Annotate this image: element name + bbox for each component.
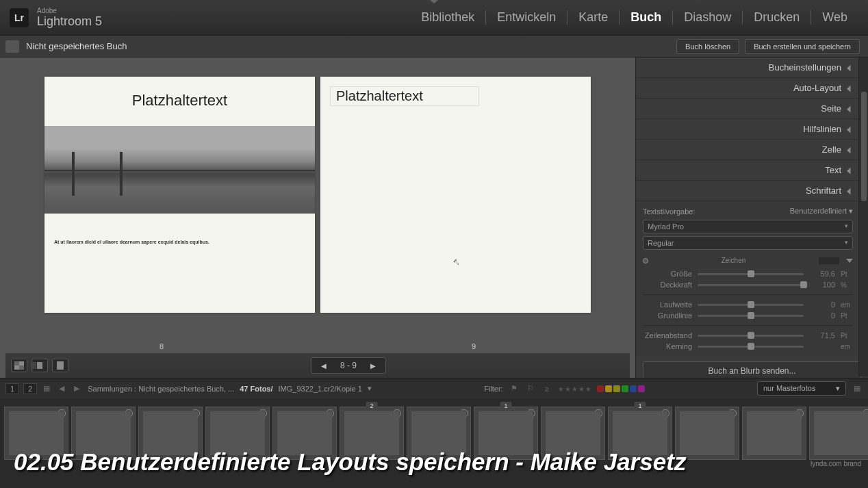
panel-body-schriftart: Textstilvorgabe: Benutzerdefiniert ▾ Myr… xyxy=(636,201,860,356)
panel-header-text[interactable]: Text xyxy=(636,160,860,181)
slider-unit-Größe: Pt xyxy=(841,270,853,278)
page-left[interactable]: Platzhaltertext At ut ilaorem dicid el u… xyxy=(44,77,315,313)
slider-label-Grundlinie: Grundlinie xyxy=(643,311,692,320)
panel-header-seite[interactable]: Seite xyxy=(636,99,860,119)
placeholder-title-left[interactable]: Platzhaltertext xyxy=(54,92,305,110)
panel-header-schriftart[interactable]: Schriftart xyxy=(636,181,860,201)
module-karte[interactable]: Karte xyxy=(567,10,620,25)
next-page-button[interactable]: ▶ xyxy=(370,362,376,370)
font-family-select[interactable]: Myriad Pro xyxy=(643,220,853,233)
right-scrollbar[interactable] xyxy=(858,57,868,376)
flag-unpicked-icon[interactable]: ⚐ xyxy=(525,383,536,394)
module-drucken[interactable]: Drucken xyxy=(743,10,811,25)
photo-count: 47 Fotos/ xyxy=(240,385,272,393)
book-title: Nicht gespeichertes Buch xyxy=(26,41,127,51)
brand-adobe: Adobe xyxy=(37,7,102,14)
slider-Größe[interactable] xyxy=(698,273,804,275)
page-number-right: 9 xyxy=(339,342,609,350)
save-book-button[interactable]: Buch erstellen und speichern xyxy=(745,39,860,54)
flag-picked-icon[interactable]: ⚑ xyxy=(509,383,520,394)
color-swatch[interactable] xyxy=(819,257,839,264)
right-panel: BucheinstellungenAuto-LayoutSeiteHilfsli… xyxy=(635,57,868,378)
slider-label-Deckkraft: Deckkraft xyxy=(643,281,692,289)
page-indicator: 8 - 9 xyxy=(340,361,357,370)
app-logo: Lr xyxy=(10,8,29,27)
filter-preset-select[interactable]: nur Masterfotos▾ xyxy=(757,381,846,396)
slider-Deckkraft[interactable] xyxy=(698,284,804,286)
view-mode-single-button[interactable] xyxy=(52,359,68,372)
page-navigator: ◀ 8 - 9 ▶ xyxy=(311,357,386,374)
stage-toolbar: ◀ 8 - 9 ▶ xyxy=(5,353,630,378)
slider-Grundlinie[interactable] xyxy=(698,315,804,317)
rating-compare-icon[interactable]: ≥ xyxy=(541,383,552,394)
filter-lock-icon[interactable]: ▦ xyxy=(852,383,863,394)
slider-label-Laufweite: Laufweite xyxy=(643,300,692,309)
panel-header-bucheinstellungen[interactable]: Bucheinstellungen xyxy=(636,57,860,78)
clear-book-button[interactable]: Buch löschen xyxy=(676,39,739,54)
brand-name: Lightroom 5 xyxy=(37,14,102,28)
top-bar: Lr Adobe Lightroom 5 BibliothekEntwickel… xyxy=(0,0,868,36)
zeichen-label: Zeichen xyxy=(655,257,812,264)
slider-value-Größe[interactable]: 59,6 xyxy=(809,270,835,278)
slider-Laufweite[interactable] xyxy=(698,304,804,306)
secondary-display-2[interactable]: 2 xyxy=(23,383,37,394)
slider-label-Größe: Größe xyxy=(643,270,692,278)
panel-header-auto-layout[interactable]: Auto-Layout xyxy=(636,78,860,99)
page-numbers: 8 9 xyxy=(5,337,630,350)
slider-unit-Laufweite: em xyxy=(841,301,853,309)
module-buch[interactable]: Buch xyxy=(620,10,673,25)
panel-drag-top[interactable] xyxy=(430,0,438,3)
book-sub-bar: Nicht gespeichertes Buch Buch löschen Bu… xyxy=(0,36,868,57)
placeholder-title-right[interactable]: Platzhaltertext xyxy=(330,86,479,106)
book-icon xyxy=(5,40,19,53)
app-brand: Adobe Lightroom 5 xyxy=(37,7,102,29)
slider-unit-Grundlinie: Pt xyxy=(841,312,853,320)
textstil-label: Textstilvorgabe: xyxy=(643,207,695,216)
slider-unit-Zeilenabstand: Pt xyxy=(841,332,853,339)
prev-page-button[interactable]: ◀ xyxy=(321,362,327,370)
caption-text[interactable]: At ut ilaorem dicid el ullaore dearnum s… xyxy=(54,240,305,244)
module-web[interactable]: Web xyxy=(811,10,858,25)
current-file[interactable]: IMG_9322_1.cr2/Kopie 1 xyxy=(279,385,362,393)
page-right[interactable]: Platzhaltertext xyxy=(320,77,591,313)
module-diashow[interactable]: Diashow xyxy=(673,10,743,25)
send-blurb-button[interactable]: Buch an Blurb senden... xyxy=(643,361,861,378)
grid-small-icon[interactable]: ▦ xyxy=(41,383,52,394)
textstil-value[interactable]: Benutzerdefiniert ▾ xyxy=(790,207,853,216)
photo-cell-bridge[interactable] xyxy=(44,126,315,214)
color-labels[interactable] xyxy=(597,385,645,392)
slider-unit-Kerning: em xyxy=(841,343,853,350)
slider-value-Grundlinie[interactable]: 0 xyxy=(809,311,835,320)
book-stage[interactable]: Platzhaltertext At ut ilaorem dicid el u… xyxy=(0,57,635,378)
view-mode-spread-button[interactable] xyxy=(31,359,48,372)
filter-bar: 1 2 ▦ ◀ ▶ Sammlungen : Nicht gespeichert… xyxy=(0,378,868,398)
module-entwickeln[interactable]: Entwickeln xyxy=(486,10,567,25)
slider-label-Zeilenabstand: Zeilenabstand xyxy=(643,331,692,339)
slider-Zeilenabstand[interactable] xyxy=(698,335,804,337)
disclosure-icon[interactable] xyxy=(846,259,853,263)
page-number-left: 8 xyxy=(27,342,297,350)
slider-value-Laufweite[interactable]: 0 xyxy=(809,300,835,309)
slider-Kerning[interactable] xyxy=(698,346,804,348)
nav-back-icon[interactable]: ◀ xyxy=(56,383,67,394)
collection-path[interactable]: Sammlungen : Nicht gespeichertes Buch, .… xyxy=(88,385,234,393)
font-weight-select[interactable]: Regular xyxy=(643,236,853,250)
module-bibliothek[interactable]: Bibliothek xyxy=(410,10,486,25)
slider-value-Deckkraft[interactable]: 100 xyxy=(809,281,835,289)
panel-header-zelle[interactable]: Zelle xyxy=(636,140,860,160)
secondary-display-1[interactable]: 1 xyxy=(5,383,19,394)
slider-unit-Deckkraft: % xyxy=(841,281,853,289)
filter-label: Filter: xyxy=(484,385,503,393)
slider-value-Zeilenabstand[interactable]: 71,5 xyxy=(809,331,835,339)
module-picker: BibliothekEntwickelnKarteBuchDiashowDruc… xyxy=(410,10,858,25)
align-radio[interactable] xyxy=(643,258,648,264)
nav-forward-icon[interactable]: ▶ xyxy=(71,383,82,394)
slider-label-Kerning: Kerning xyxy=(643,342,692,350)
panel-header-hilfslinien[interactable]: Hilfslinien xyxy=(636,119,860,140)
rating-stars[interactable] xyxy=(558,385,591,393)
view-mode-grid-button[interactable] xyxy=(11,359,27,372)
cursor-icon: ↖ xyxy=(452,256,459,266)
video-caption-overlay: 02.05 Benutzerdefinierte Layouts speiche… xyxy=(14,448,868,476)
